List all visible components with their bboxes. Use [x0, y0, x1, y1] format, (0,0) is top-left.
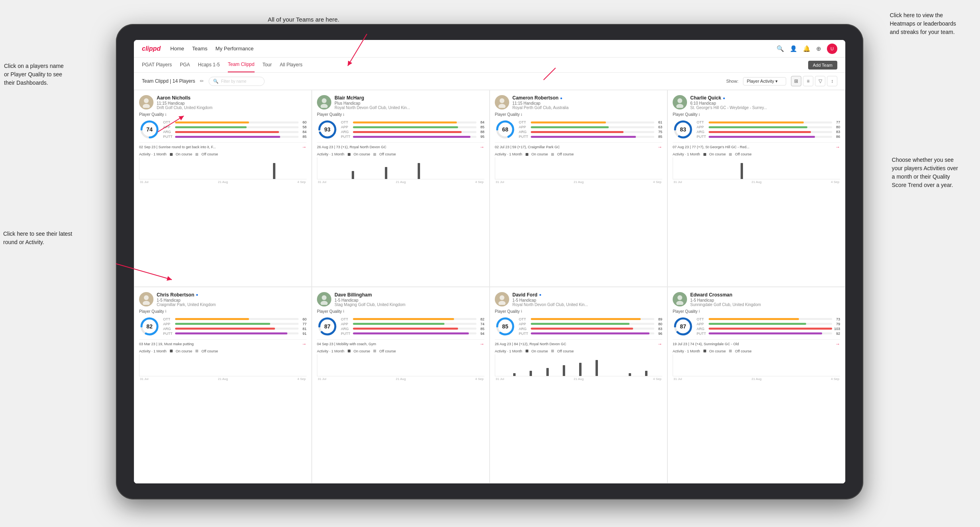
- player-card-2[interactable]: Cameron Robertson ● 11:15 Handicap Royal…: [490, 90, 667, 287]
- table-view-button[interactable]: ≡: [803, 76, 813, 86]
- tab-tour[interactable]: Tour: [263, 58, 272, 72]
- stat-row: ARG 84: [163, 130, 307, 134]
- player-name[interactable]: Charlie Quick ●: [690, 95, 840, 101]
- quality-row[interactable]: 85 OTT 89 APP 80 ARG 83 PUTT: [495, 316, 662, 337]
- stat-row: OTT 89: [519, 317, 662, 321]
- off-course-dot: [195, 153, 198, 156]
- player-club: Sunningdale Golf Club, United Kingdom: [690, 302, 840, 307]
- player-card-4[interactable]: Chris Robertson ● 1-5 Handicap Craigmill…: [134, 287, 312, 484]
- last-round-arrow[interactable]: →: [657, 341, 662, 347]
- player-card-6[interactable]: David Ford ● 1-5 Handicap Royal North De…: [490, 287, 667, 484]
- player-name[interactable]: Blair McHarg: [335, 95, 484, 101]
- last-round-arrow[interactable]: →: [480, 144, 484, 150]
- last-round-text: 19 Jul 23 | 74 (+4), Sunningdale GC - Ol…: [673, 342, 835, 346]
- avatar[interactable]: U: [827, 44, 837, 54]
- chart-bars: [673, 157, 840, 179]
- info-button[interactable]: ↕: [827, 76, 837, 86]
- last-round-text: 26 Aug 23 | 84 (+12), Royal North Devon …: [495, 342, 657, 346]
- quality-row[interactable]: 93 OTT 84 APP 85 ARG 88 PUTT: [317, 119, 484, 140]
- quality-row[interactable]: 82 OTT 60 APP 77 ARG 81 PUTT: [139, 316, 307, 337]
- last-round[interactable]: 02 Sep 23 | Sunrise round to get back in…: [139, 142, 307, 150]
- stat-row: APP 77: [163, 322, 307, 326]
- nav-teams[interactable]: Teams: [192, 46, 207, 52]
- stat-row: OTT 77: [697, 120, 840, 124]
- team-title: Team Clippd | 14 Players: [142, 78, 195, 84]
- chart-labels: 31 Jul 21 Aug 4 Sep: [495, 180, 662, 184]
- quality-row[interactable]: 87 OTT 82 APP 74 ARG 85 PUTT: [317, 316, 484, 337]
- tab-all-players[interactable]: All Players: [280, 58, 303, 72]
- quality-row[interactable]: 74 OTT 60 APP 58 ARG 84 PUTT: [139, 119, 307, 140]
- activity-header: Activity · 1 Month On course Off course: [673, 152, 840, 156]
- last-round-arrow[interactable]: →: [302, 341, 307, 347]
- last-round[interactable]: 07 Aug 23 | 77 (+7), St George's Hill GC…: [673, 142, 840, 150]
- player-card-1[interactable]: Blair McHarg Plus Handicap Royal North D…: [312, 90, 490, 287]
- stats-col: OTT 82 APP 74 ARG 85 PUTT 94: [341, 317, 484, 336]
- player-card-5[interactable]: Dave Billingham 1-5 Handicap Stag Maging…: [312, 287, 490, 484]
- search-box[interactable]: 🔍 Filter by name: [209, 77, 265, 86]
- user-icon[interactable]: 👤: [790, 45, 797, 52]
- verified-icon: ●: [196, 292, 198, 297]
- last-round[interactable]: 02 Jul 23 | 59 (+17), Craigmillar Park G…: [495, 142, 662, 150]
- activity-header: Activity · 1 Month On course Off course: [495, 152, 662, 156]
- search-icon[interactable]: 🔍: [777, 45, 784, 52]
- player-card-0[interactable]: Aaron Nicholls 11:15 Handicap Drift Golf…: [134, 90, 312, 287]
- stat-row: OTT 60: [163, 120, 307, 124]
- last-round-arrow[interactable]: →: [480, 341, 484, 347]
- player-name[interactable]: David Ford ●: [512, 292, 662, 298]
- bell-icon[interactable]: 🔔: [803, 45, 811, 52]
- stat-row: PUTT 96: [519, 332, 662, 336]
- grid-view-button[interactable]: ⊞: [791, 76, 801, 86]
- off-course-label: Off course: [735, 349, 751, 353]
- last-round-text: 04 Sep 23 | Mobility with coach, Gym: [317, 342, 480, 346]
- last-round-arrow[interactable]: →: [835, 144, 840, 150]
- nav-home[interactable]: Home: [170, 46, 184, 52]
- tab-hcaps[interactable]: Hcaps 1-5: [198, 58, 220, 72]
- last-round-arrow[interactable]: →: [302, 144, 307, 150]
- stats-col: OTT 77 APP 80 ARG 83 PUTT 86: [697, 120, 840, 139]
- view-icons: ⊞ ≡ ▽ ↕: [791, 76, 837, 86]
- player-name[interactable]: Aaron Nicholls: [157, 95, 307, 101]
- last-round[interactable]: 04 Sep 23 | Mobility with coach, Gym →: [317, 339, 484, 347]
- last-round[interactable]: 26 Aug 23 | 84 (+12), Royal North Devon …: [495, 339, 662, 347]
- player-card-7[interactable]: Edward Crossman 1-5 Handicap Sunningdale…: [667, 287, 845, 484]
- stat-row: PUTT 95: [341, 135, 484, 139]
- settings-icon[interactable]: ⊕: [816, 45, 821, 52]
- activity-label: Activity · 1 Month: [317, 349, 345, 353]
- stat-row: APP 58: [163, 125, 307, 129]
- show-select[interactable]: Player Activity ▾: [743, 77, 786, 86]
- quality-label: Player Quality ℹ: [139, 309, 307, 314]
- last-round-arrow[interactable]: →: [835, 341, 840, 347]
- quality-row[interactable]: 83 OTT 77 APP 80 ARG 83 PUTT: [673, 119, 840, 140]
- last-round-text: 02 Sep 23 | Sunrise round to get back in…: [139, 145, 302, 149]
- tablet-screen: clippd Home Teams My Performance 🔍 👤 🔔 ⊕…: [134, 40, 845, 483]
- stat-row: ARG 83: [519, 327, 662, 331]
- player-name[interactable]: Edward Crossman: [690, 292, 840, 298]
- svg-point-21: [321, 301, 328, 305]
- add-team-button[interactable]: Add Team: [808, 61, 837, 70]
- player-name[interactable]: Chris Robertson ●: [157, 292, 307, 298]
- player-name[interactable]: Dave Billingham: [335, 292, 484, 298]
- player-score: 93: [324, 126, 331, 133]
- chart-area: [495, 157, 662, 179]
- last-round[interactable]: 26 Aug 23 | 73 (+1), Royal North Devon G…: [317, 142, 484, 150]
- activity-section: Activity · 1 Month On course Off course: [495, 349, 662, 479]
- edit-icon[interactable]: ✏: [200, 78, 204, 84]
- tab-pga[interactable]: PGA: [180, 58, 190, 72]
- tab-pgat[interactable]: PGAT Players: [142, 58, 172, 72]
- tab-team-clippd[interactable]: Team Clippd: [228, 58, 255, 72]
- on-course-dot: [348, 350, 351, 352]
- verified-icon: ●: [723, 96, 725, 100]
- player-card-3[interactable]: Charlie Quick ● 6:10 Handicap St. George…: [667, 90, 845, 287]
- filter-button[interactable]: ▽: [815, 76, 825, 86]
- last-round[interactable]: 19 Jul 23 | 74 (+4), Sunningdale GC - Ol…: [673, 339, 840, 347]
- quality-label: Player Quality ℹ: [495, 112, 662, 117]
- last-round-arrow[interactable]: →: [657, 144, 662, 150]
- last-round[interactable]: 03 Mar 23 | 19, Must make putting →: [139, 339, 307, 347]
- nav-my-performance[interactable]: My Performance: [215, 46, 253, 52]
- quality-row[interactable]: 87 OTT 73 APP 79 ARG 103 PUTT: [673, 316, 840, 337]
- quality-row[interactable]: 68 OTT 61 APP 63 ARG 75 PUTT: [495, 119, 662, 140]
- player-club: Royal Perth Golf Club, Australia: [512, 105, 662, 110]
- player-score: 83: [680, 126, 686, 133]
- activity-header: Activity · 1 Month On course Off course: [495, 349, 662, 353]
- player-name[interactable]: Cameron Robertson ●: [512, 95, 662, 101]
